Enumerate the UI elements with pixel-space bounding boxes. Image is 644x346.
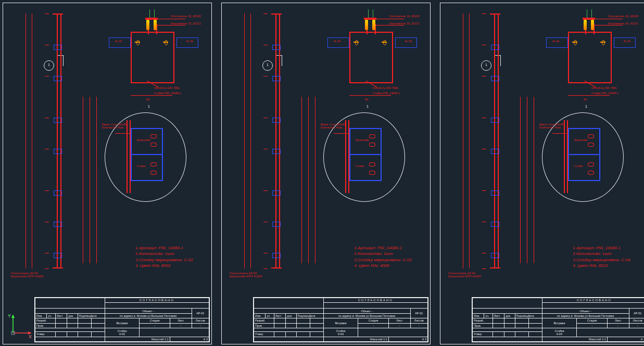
circle-detail: 1 Кронштейн Стойка Фреза: Слот 125x45Кол… xyxy=(323,112,404,201)
title-block: СОГЛАСОВАНО Объект -АР-01 Изм.уч.Листдок… xyxy=(34,297,210,342)
drawing-notes: 1.Артикул: F50_14080-1 2.Количество: 1шт… xyxy=(573,245,630,268)
drawing-notes: 1.Артикул: F50_14080-1 2.Количество: 1шт… xyxy=(354,245,412,268)
drawing-notes: 1.Артикул: F50_14080-1 2.Количество: 1шт… xyxy=(135,245,193,268)
section-detail: Уплотнитель 32_65190 Уплотнитель 32_6121… xyxy=(323,24,417,92)
dimension-chain xyxy=(517,97,538,263)
circle-detail: 1 Кронштейн Стойка Фреза: Слот 125x45Кол… xyxy=(542,112,623,201)
dimension-chain xyxy=(80,97,101,263)
drawing-sheet: 1 Уплотнитель 64-04Кронштейн КПП 4x250 xyxy=(440,3,644,344)
svg-text:X: X xyxy=(29,334,32,338)
section-detail: Уплотнитель 32_65190 Уплотнитель 32_6121… xyxy=(105,24,198,92)
dimension-chain xyxy=(299,97,320,263)
svg-text:Y: Y xyxy=(8,313,11,318)
circle-detail: 1 Кронштейн Стойка Фреза: Слот 125x45Кол… xyxy=(105,112,185,201)
title-block: СОГЛАСОВАНО Объект -АР-01 Изм.уч.Листдок… xyxy=(472,297,644,342)
section-detail: Уплотнитель 32_65190 Уплотнитель 32_6121… xyxy=(542,24,636,92)
elevation-view: Уплотнитель 64-02Кронштейн КПП 4x250 xyxy=(53,14,67,268)
title-block: СОГЛАСОВАНО Объект -АР-01 Изм.уч.Листдок… xyxy=(253,297,428,342)
svg-marker-3 xyxy=(11,315,15,318)
ucs-icon: X Y xyxy=(8,312,34,338)
drawing-sheet: 1 Уплотнитель 64-03Кронштейн КПП 4x250 xyxy=(221,3,431,344)
elevation-view: Уплотнитель 64-04Кронштейн КПП 4x250 xyxy=(490,14,504,268)
elevation-view: Уплотнитель 64-03Кронштейн КПП 4x250 xyxy=(271,14,286,268)
drawing-sheet: 1 Уплотнитель 64-02Кронштейн КПП 4x250 xyxy=(3,3,212,344)
